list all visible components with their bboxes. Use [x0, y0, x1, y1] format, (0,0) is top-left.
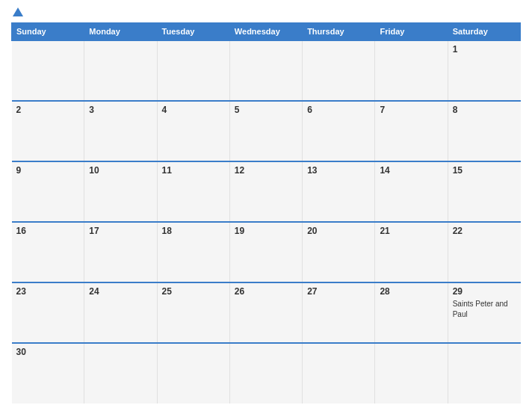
- calendar-week-row: 2345678: [12, 101, 521, 161]
- day-number: 29: [453, 286, 516, 297]
- calendar-cell: 18: [157, 222, 229, 282]
- day-number: 18: [162, 226, 225, 236]
- calendar-cell: 17: [84, 222, 157, 282]
- weekday-header-saturday: Saturday: [448, 23, 520, 41]
- calendar-cell: [12, 40, 84, 101]
- calendar-cell: 11: [157, 161, 229, 222]
- calendar-cell: 24: [84, 282, 157, 343]
- calendar-header-row: SundayMondayTuesdayWednesdayThursdayFrid…: [12, 23, 521, 41]
- calendar-cell: [375, 40, 448, 101]
- logo: [11, 7, 25, 16]
- calendar-cell: 8: [448, 101, 520, 161]
- calendar-cell: 22: [448, 222, 520, 282]
- calendar-cell: [157, 343, 229, 404]
- calendar-cell: 16: [12, 222, 84, 282]
- day-number: 20: [307, 226, 370, 236]
- calendar-cell: 19: [229, 222, 302, 282]
- weekday-header-monday: Monday: [84, 23, 157, 41]
- calendar-cell: [157, 40, 229, 101]
- calendar-cell: 5: [229, 101, 302, 161]
- day-number: 24: [89, 286, 152, 297]
- day-event: Saints Peter and Paul: [453, 300, 508, 318]
- day-number: 6: [307, 105, 370, 115]
- calendar-cell: 6: [303, 101, 375, 161]
- day-number: 23: [16, 286, 80, 297]
- weekday-header-friday: Friday: [375, 23, 448, 41]
- weekday-header-sunday: Sunday: [12, 23, 84, 41]
- calendar-cell: 14: [375, 161, 448, 222]
- day-number: 1: [453, 44, 516, 55]
- day-number: 2: [16, 105, 80, 115]
- calendar-cell: 26: [229, 282, 302, 343]
- day-number: 25: [162, 286, 225, 297]
- day-number: 11: [162, 165, 225, 176]
- calendar-cell: [448, 343, 520, 404]
- calendar-cell: 27: [303, 282, 375, 343]
- calendar-cell: 15: [448, 161, 520, 222]
- calendar-cell: [303, 40, 375, 101]
- day-number: 14: [380, 165, 442, 176]
- day-number: 30: [16, 347, 80, 357]
- calendar-week-row: 30: [12, 343, 521, 404]
- day-number: 28: [380, 286, 442, 297]
- day-number: 10: [89, 165, 152, 176]
- calendar-cell: 28: [375, 282, 448, 343]
- calendar-cell: [84, 343, 157, 404]
- calendar-page: SundayMondayTuesdayWednesdayThursdayFrid…: [0, 0, 532, 411]
- calendar-body: 1234567891011121314151617181920212223242…: [12, 40, 521, 404]
- calendar-cell: 25: [157, 282, 229, 343]
- calendar-cell: 20: [303, 222, 375, 282]
- calendar-week-row: 23242526272829Saints Peter and Paul: [12, 282, 521, 343]
- calendar-cell: [229, 343, 302, 404]
- calendar-header: [11, 7, 521, 16]
- calendar-cell: 10: [84, 161, 157, 222]
- day-number: 8: [453, 105, 516, 115]
- calendar-week-row: 9101112131415: [12, 161, 521, 222]
- day-number: 17: [89, 226, 152, 236]
- day-number: 5: [235, 105, 297, 115]
- day-number: 26: [235, 286, 297, 297]
- calendar-week-row: 1: [12, 40, 521, 101]
- day-number: 19: [235, 226, 297, 236]
- calendar-cell: [84, 40, 157, 101]
- calendar-cell: 21: [375, 222, 448, 282]
- day-number: 7: [380, 105, 442, 115]
- weekday-header-tuesday: Tuesday: [157, 23, 229, 41]
- calendar-cell: [375, 343, 448, 404]
- calendar-cell: 2: [12, 101, 84, 161]
- day-number: 12: [235, 165, 297, 176]
- logo-triangle-icon: [13, 7, 23, 16]
- day-number: 4: [162, 105, 225, 115]
- calendar-cell: 4: [157, 101, 229, 161]
- calendar-cell: 29Saints Peter and Paul: [448, 282, 520, 343]
- weekday-header-wednesday: Wednesday: [229, 23, 302, 41]
- weekday-header-thursday: Thursday: [303, 23, 375, 41]
- calendar-cell: 3: [84, 101, 157, 161]
- calendar-cell: 13: [303, 161, 375, 222]
- calendar-table: SundayMondayTuesdayWednesdayThursdayFrid…: [11, 22, 521, 404]
- day-number: 9: [16, 165, 80, 176]
- calendar-cell: [229, 40, 302, 101]
- weekday-header-row: SundayMondayTuesdayWednesdayThursdayFrid…: [12, 23, 521, 41]
- calendar-cell: 7: [375, 101, 448, 161]
- calendar-cell: 1: [448, 40, 520, 101]
- calendar-cell: 30: [12, 343, 84, 404]
- calendar-cell: 9: [12, 161, 84, 222]
- calendar-cell: [303, 343, 375, 404]
- calendar-cell: 23: [12, 282, 84, 343]
- day-number: 27: [307, 286, 370, 297]
- calendar-week-row: 16171819202122: [12, 222, 521, 282]
- day-number: 22: [453, 226, 516, 236]
- day-number: 13: [307, 165, 370, 176]
- day-number: 21: [380, 226, 442, 236]
- calendar-cell: 12: [229, 161, 302, 222]
- day-number: 15: [453, 165, 516, 176]
- day-number: 3: [89, 105, 152, 115]
- day-number: 16: [16, 226, 80, 236]
